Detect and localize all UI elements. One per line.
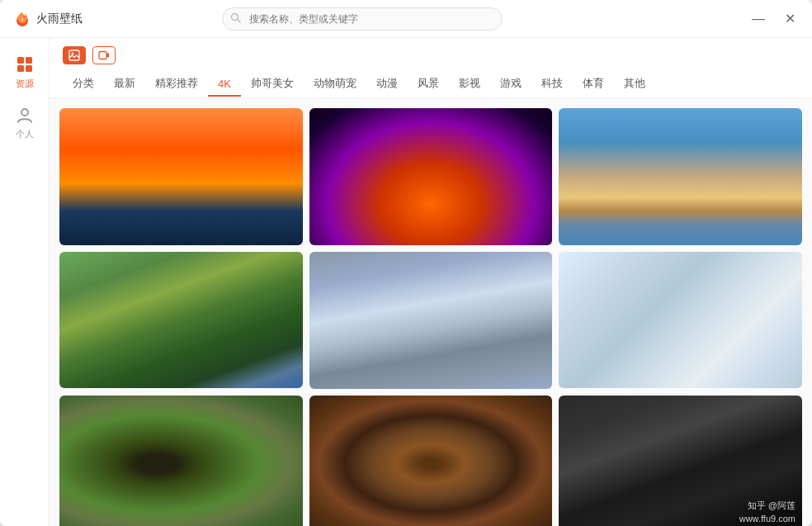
gallery-item-6[interactable] xyxy=(559,252,802,389)
cat-tab-4k[interactable]: 4K xyxy=(208,73,241,97)
gallery-item-8[interactable] xyxy=(309,396,553,527)
cat-tab-sports[interactable]: 体育 xyxy=(573,71,614,97)
resources-icon xyxy=(15,54,35,74)
cat-tab-movies[interactable]: 影视 xyxy=(449,71,490,97)
gallery-item-5[interactable] xyxy=(309,252,553,389)
video-type-button[interactable] xyxy=(92,46,116,64)
gallery-item-3[interactable] xyxy=(559,108,802,245)
app-title: 火雨壁纸 xyxy=(36,12,83,26)
resources-label: 资源 xyxy=(16,78,34,90)
cat-tab-anime[interactable]: 动漫 xyxy=(366,71,408,97)
app-logo: 火雨壁纸 xyxy=(13,10,83,28)
image-type-button[interactable] xyxy=(63,46,86,64)
titlebar: 火雨壁纸 — ✕ xyxy=(0,0,812,38)
svg-rect-8 xyxy=(69,50,79,60)
svg-line-2 xyxy=(238,19,241,22)
search-input[interactable] xyxy=(222,7,503,31)
personal-icon xyxy=(15,105,35,125)
window-controls: — ✕ xyxy=(748,11,799,27)
cat-tab-other[interactable]: 其他 xyxy=(614,71,655,97)
svg-rect-6 xyxy=(26,65,32,72)
close-button[interactable]: ✕ xyxy=(781,11,799,27)
svg-rect-4 xyxy=(26,57,32,64)
cat-tab-handsome[interactable]: 帅哥美女 xyxy=(241,71,304,97)
sidebar-item-personal[interactable]: 个人 xyxy=(0,97,49,147)
minimize-button[interactable]: — xyxy=(748,11,768,27)
personal-label: 个人 xyxy=(16,128,34,140)
type-icons xyxy=(63,46,799,64)
svg-point-9 xyxy=(72,53,74,55)
svg-rect-5 xyxy=(17,65,24,72)
gallery-item-4[interactable] xyxy=(59,252,303,389)
cat-tab-featured[interactable]: 精彩推荐 xyxy=(145,71,208,97)
sidebar-item-resources[interactable]: 资源 xyxy=(0,46,49,97)
cat-tab-games[interactable]: 游戏 xyxy=(490,71,531,97)
cat-tab-tech[interactable]: 科技 xyxy=(531,71,573,97)
gallery-item-9[interactable]: 知乎 @阿莲www.ffu9.com xyxy=(559,396,802,527)
cat-tab-all[interactable]: 分类 xyxy=(63,71,104,97)
type-bar: 分类 最新 精彩推荐 4K 帅哥美女 动物萌宠 动漫 风景 影视 游戏 科技 体… xyxy=(50,38,812,98)
cat-tab-animals[interactable]: 动物萌宠 xyxy=(304,71,366,97)
gallery-grid: 知乎 @阿莲www.ffu9.com xyxy=(59,108,802,526)
gallery: 知乎 @阿莲www.ffu9.com xyxy=(50,98,812,526)
gallery-item-7[interactable] xyxy=(59,396,303,527)
svg-point-7 xyxy=(21,109,28,116)
category-tabs: 分类 最新 精彩推荐 4K 帅哥美女 动物萌宠 动漫 风景 影视 游戏 科技 体… xyxy=(63,71,799,97)
gallery-item-2[interactable] xyxy=(309,108,553,245)
svg-rect-10 xyxy=(99,52,106,59)
search-icon xyxy=(230,12,241,26)
cat-tab-scenery[interactable]: 风景 xyxy=(408,71,449,97)
content-area: 分类 最新 精彩推荐 4K 帅哥美女 动物萌宠 动漫 风景 影视 游戏 科技 体… xyxy=(50,38,812,526)
sidebar: 资源 个人 xyxy=(0,38,50,526)
cat-tab-latest[interactable]: 最新 xyxy=(104,71,145,97)
main-layout: 资源 个人 xyxy=(0,38,812,526)
fire-logo-icon xyxy=(13,10,31,28)
gallery-item-1[interactable] xyxy=(59,108,303,245)
search-bar xyxy=(222,7,503,31)
app-window: 火雨壁纸 — ✕ xyxy=(0,0,812,526)
svg-rect-3 xyxy=(17,57,24,64)
